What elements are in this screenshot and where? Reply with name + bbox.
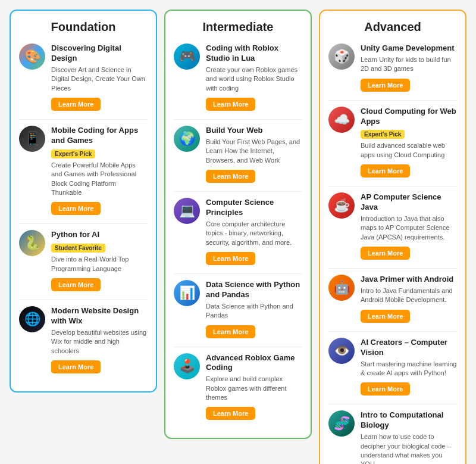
course-title-build-web: Build Your Web [206,126,302,136]
course-divider [19,300,148,300]
course-divider [174,191,302,192]
column-title-intermediate: Intermediate [174,20,302,34]
course-title-wix: Modern Website Design with Wix [51,306,148,326]
course-icon-wix: 🌐 [19,306,45,332]
course-divider [328,331,457,332]
course-divider [328,268,457,269]
course-content-digital-design: Discovering Digital DesignDiscover Art a… [51,43,148,111]
column-title-foundation: Foundation [19,20,148,34]
course-desc-cs-principles: Core computer architecture topics - bina… [206,220,302,247]
learn-more-button-java-android[interactable]: Learn More [361,310,410,323]
course-item-cs-principles: 💻Computer Science PrinciplesCore compute… [174,198,302,265]
learn-more-button-data-science[interactable]: Learn More [206,325,255,338]
course-content-python-ai: Python for AIStudent FavoriteDive into a… [51,230,148,291]
column-intermediate: Intermediate🎮Coding with Roblox Studio i… [164,10,312,439]
course-desc-roblox-lua: Create your own Roblox games and world u… [206,66,302,93]
course-item-data-science: 📊Data Science with Python and PandasData… [174,280,302,338]
course-title-roblox-lua: Coding with Roblox Studio in Lua [206,43,302,64]
columns-container: Foundation🎨Discovering Digital DesignDis… [10,10,466,464]
course-divider [174,273,302,274]
course-content-java-android: Java Primer with AndroidIntro to Java Fu… [361,275,457,323]
course-icon-comp-bio: 🧬 [328,410,355,437]
course-desc-python-ai: Dive into a Real-World Top Programming L… [51,255,148,273]
course-desc-java-android: Intro to Java Fundamentals and Android M… [361,287,457,305]
course-title-cloud-computing: Cloud Computing for Web Apps [361,107,457,127]
course-content-adv-roblox: Advanced Roblox Game CodingExplore and b… [206,353,302,421]
course-icon-ap-cs-java: ☕ [328,192,355,219]
learn-more-button-wix[interactable]: Learn More [51,360,101,373]
course-divider [19,119,148,120]
course-item-wix: 🌐Modern Website Design with WixDevelop b… [19,306,148,373]
course-content-mobile-coding: Mobile Coding for Apps and GamesExpert's… [51,126,148,215]
learn-more-button-cloud-computing[interactable]: Learn More [361,164,410,177]
course-item-java-android: 🤖Java Primer with AndroidIntro to Java F… [328,275,457,323]
course-desc-build-web: Build Your First Web Pages, and Learn Ho… [206,138,302,165]
course-title-data-science: Data Science with Python and Pandas [206,280,302,300]
course-icon-cloud-computing: ☁️ [328,107,355,133]
course-icon-adv-roblox: 🕹️ [174,353,200,379]
course-item-ai-vision: 👁️AI Creators – Computer VisionStart mas… [328,338,457,396]
course-item-build-web: 🌍Build Your WebBuild Your First Web Page… [174,126,302,183]
course-content-wix: Modern Website Design with WixDevelop be… [51,306,148,373]
course-title-mobile-coding: Mobile Coding for Apps and Games [51,126,148,146]
course-desc-wix: Develop beautiful websites using Wix for… [51,328,148,356]
course-title-unity: Unity Game Development [361,43,457,54]
course-badge-mobile-coding: Expert's Pick [51,150,95,158]
course-item-mobile-coding: 📱Mobile Coding for Apps and GamesExpert'… [19,126,148,215]
course-title-java-android: Java Primer with Android [361,275,457,285]
column-advanced: Advanced🎲Unity Game DevelopmentLearn Uni… [319,10,466,464]
course-icon-python-ai: 🐍 [19,230,45,256]
course-content-data-science: Data Science with Python and PandasData … [206,280,302,338]
course-divider [328,404,457,404]
course-title-python-ai: Python for AI [51,230,148,240]
course-desc-mobile-coding: Create Powerful Mobile Apps and Games wi… [51,161,148,198]
learn-more-button-unity[interactable]: Learn More [361,79,410,92]
course-desc-data-science: Data Science with Python and Pandas [206,302,302,320]
course-content-unity: Unity Game DevelopmentLearn Unity for ki… [361,43,457,92]
course-divider [174,119,302,120]
course-desc-cloud-computing: Build advanced scalable web apps using C… [361,141,457,160]
course-desc-ai-vision: Start mastering machine learning & creat… [361,360,457,378]
course-item-comp-bio: 🧬Intro to Computational BiologyLearn how… [328,410,457,464]
learn-more-button-ai-vision[interactable]: Learn More [361,382,410,396]
learn-more-button-roblox-lua[interactable]: Learn More [206,98,255,111]
course-item-digital-design: 🎨Discovering Digital DesignDiscover Art … [19,43,148,111]
learn-more-button-build-web[interactable]: Learn More [206,170,255,183]
course-title-cs-principles: Computer Science Principles [206,198,302,218]
course-item-unity: 🎲Unity Game DevelopmentLearn Unity for k… [328,43,457,92]
course-content-cloud-computing: Cloud Computing for Web AppsExpert's Pic… [361,107,457,178]
course-icon-build-web: 🌍 [174,126,200,152]
course-badge-python-ai: Student Favorite [51,244,105,253]
course-icon-mobile-coding: 📱 [19,126,45,152]
course-icon-digital-design: 🎨 [19,43,45,70]
course-item-ap-cs-java: ☕AP Computer Science JavaIntroduction to… [328,192,457,260]
course-divider [328,100,457,101]
course-content-cs-principles: Computer Science PrinciplesCore computer… [206,198,302,265]
course-icon-ai-vision: 👁️ [328,338,355,364]
learn-more-button-cs-principles[interactable]: Learn More [206,252,255,265]
course-desc-adv-roblox: Explore and build complex Roblox games w… [206,375,302,402]
course-title-ap-cs-java: AP Computer Science Java [361,192,457,213]
course-badge-cloud-computing: Expert's Pick [361,130,405,139]
course-icon-roblox-lua: 🎮 [174,43,200,70]
learn-more-button-adv-roblox[interactable]: Learn More [206,407,255,420]
learn-more-button-ap-cs-java[interactable]: Learn More [361,247,410,260]
course-title-comp-bio: Intro to Computational Biology [361,410,457,431]
course-icon-data-science: 📊 [174,280,200,306]
course-desc-digital-design: Discover Art and Science in Digital Desi… [51,66,148,93]
course-item-cloud-computing: ☁️Cloud Computing for Web AppsExpert's P… [328,107,457,178]
learn-more-button-digital-design[interactable]: Learn More [51,98,101,111]
course-title-ai-vision: AI Creators – Computer Vision [361,338,457,358]
course-divider [19,223,148,224]
course-content-ai-vision: AI Creators – Computer VisionStart maste… [361,338,457,396]
learn-more-button-python-ai[interactable]: Learn More [51,278,101,291]
course-title-adv-roblox: Advanced Roblox Game Coding [206,353,302,373]
course-content-ap-cs-java: AP Computer Science JavaIntroduction to … [361,192,457,260]
learn-more-button-mobile-coding[interactable]: Learn More [51,202,101,215]
course-content-comp-bio: Intro to Computational BiologyLearn how … [361,410,457,464]
column-foundation: Foundation🎨Discovering Digital DesignDis… [10,10,157,393]
course-title-digital-design: Discovering Digital Design [51,43,148,64]
course-desc-unity: Learn Unity for kids to build fun 2D and… [361,55,457,74]
course-item-roblox-lua: 🎮Coding with Roblox Studio in LuaCreate … [174,43,302,111]
course-divider [328,186,457,186]
